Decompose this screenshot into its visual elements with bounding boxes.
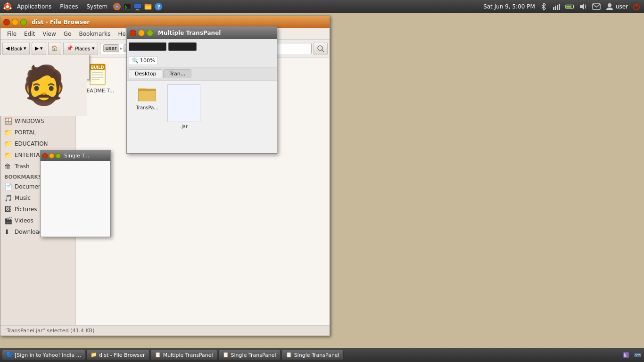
svg-line-31 — [322, 50, 324, 52]
multi-tp-icon: 📋 — [155, 352, 161, 358]
tab-tran[interactable]: Tran... — [163, 69, 191, 78]
desktop: dist - File Browser File Edit View Go Bo… — [0, 13, 644, 348]
places-toolbar-btn[interactable]: 📌 Places ▾ — [63, 42, 98, 55]
multi-min-button[interactable] — [138, 30, 145, 36]
panel-left: Applications Places System $_ — [3, 2, 163, 11]
sidebar-item-portal[interactable]: 📁 PORTAL — [0, 127, 75, 138]
status-text: "TransPanel.jar" selected (41.4 KB) — [4, 328, 94, 334]
single-close-btn[interactable] — [42, 153, 48, 158]
svg-rect-12 — [135, 10, 140, 10]
multi-close-button[interactable] — [130, 30, 136, 36]
svg-point-2 — [7, 3, 8, 5]
downloads-icon: ⬇ — [4, 228, 12, 236]
close-button[interactable] — [3, 19, 10, 25]
crumb-sep1: ▸ — [120, 45, 123, 51]
monitor-icon[interactable] — [133, 2, 142, 11]
bluetooth-icon[interactable] — [539, 2, 548, 11]
multi-jar-label: .jar — [180, 124, 188, 129]
bookmarks-menu[interactable]: Bookmarks — [75, 30, 114, 38]
sidebar-item-windows[interactable]: 🪟 WINDOWS — [0, 115, 75, 127]
svg-rect-11 — [136, 9, 139, 10]
windows-icon: 🪟 — [4, 117, 12, 125]
view-menu[interactable]: View — [39, 30, 59, 38]
svg-point-3 — [10, 8, 12, 9]
power-icon[interactable] — [632, 2, 641, 11]
education-icon: 📁 — [4, 140, 12, 148]
firefox-icon[interactable] — [112, 2, 122, 11]
taskbar-single-transpanel-2[interactable]: 📋 Single TransPanel — [281, 350, 344, 360]
terminal-icon[interactable]: $_ — [123, 2, 132, 11]
homer-image: 🧔 — [0, 55, 87, 116]
user-menu[interactable]: user — [605, 2, 628, 11]
taskbar-multi-transpanel[interactable]: 📋 Multiple TransPanel — [150, 350, 217, 360]
multiple-transpanel-window: Multiple TransPanel 🔍 100% Desktop Tran.… — [126, 26, 277, 154]
zoom-out-icon: 🔍 — [132, 58, 139, 64]
search-icon — [317, 45, 324, 52]
tray-icon-1[interactable]: N — [621, 350, 631, 360]
places-menu[interactable]: Places — [56, 2, 82, 11]
back-dropdown-icon: ▾ — [24, 45, 26, 51]
files-icon[interactable] — [143, 2, 153, 11]
svg-text:BUILD: BUILD — [91, 66, 104, 70]
readme-label: README.T... — [83, 88, 114, 94]
user-label: user — [616, 3, 628, 10]
single-tp2-icon: 📋 — [286, 352, 292, 358]
volume-icon[interactable] — [578, 2, 588, 11]
panel-right: Sat Jun 9, 5:00 PM — [483, 2, 641, 11]
go-menu[interactable]: Go — [60, 30, 75, 38]
status-bar: "TransPanel.jar" selected (41.4 KB) — [0, 325, 330, 336]
svg-rect-19 — [555, 6, 556, 10]
svg-rect-20 — [557, 5, 558, 10]
multi-jar-preview — [167, 84, 200, 122]
crumb-user[interactable]: user — [103, 44, 119, 52]
tray-icon-2[interactable]: SYS — [633, 350, 642, 360]
taskbar-yahoo[interactable]: 🔵 [Sign in to Yahoo! India ... — [2, 350, 85, 360]
multi-window-title: Multiple TransPanel — [158, 30, 221, 36]
home-button[interactable]: 🏠 — [48, 42, 61, 55]
clock-display: Sat Jun 9, 5:00 PM — [483, 3, 535, 10]
forward-button[interactable]: ▶ ▾ — [32, 42, 46, 55]
taskbar-dist-browser[interactable]: 📁 dist - File Browser — [86, 350, 149, 360]
ubuntu-logo-icon[interactable] — [3, 2, 12, 11]
help-icon[interactable]: ? — [154, 2, 163, 11]
back-button[interactable]: ◀ Back ▾ — [2, 42, 30, 55]
top-panel: Applications Places System $_ — [0, 0, 644, 13]
taskbar-end: N SYS — [621, 350, 642, 360]
network-signal-icon[interactable] — [552, 2, 561, 11]
edit-menu[interactable]: Edit — [20, 30, 39, 38]
videos-icon: 🎬 — [4, 217, 12, 224]
svg-point-27 — [608, 3, 611, 7]
svg-rect-18 — [553, 7, 554, 10]
sidebar-item-education[interactable]: 📁 EDUCATION — [0, 138, 75, 149]
taskbar-single-transpanel-1[interactable]: 📋 Single TransPanel — [218, 350, 281, 360]
multi-toolbar-input2[interactable] — [168, 42, 197, 51]
system-menu[interactable]: System — [83, 2, 111, 11]
music-icon: 🎵 — [4, 194, 12, 202]
svg-rect-10 — [134, 3, 141, 8]
maximize-button[interactable] — [20, 19, 27, 25]
tab-desktop[interactable]: Desktop — [129, 69, 162, 78]
battery-icon[interactable] — [565, 2, 575, 11]
svg-point-7 — [116, 6, 118, 8]
window-title: dist - File Browser — [32, 19, 90, 25]
search-button[interactable] — [314, 42, 328, 55]
pictures-icon: 🖼 — [4, 206, 12, 213]
single-max-btn[interactable] — [56, 153, 61, 158]
svg-rect-21 — [559, 4, 560, 10]
email-icon[interactable] — [592, 2, 601, 11]
multi-file-jar[interactable]: .jar — [167, 84, 200, 129]
forward-arrow-icon: ▶ — [35, 45, 39, 51]
minimize-button[interactable] — [12, 19, 18, 25]
multi-toolbar-input1[interactable] — [129, 42, 166, 51]
multi-max-button[interactable] — [147, 30, 153, 36]
single-min-btn[interactable] — [49, 153, 54, 158]
applications-menu[interactable]: Applications — [13, 2, 55, 11]
multi-file-content: TransPa... .jar — [127, 81, 277, 133]
zoom-control[interactable]: 🔍 100% — [129, 56, 158, 65]
file-menu[interactable]: File — [3, 30, 20, 38]
forward-dropdown-icon: ▾ — [40, 45, 43, 51]
single-tp1-icon: 📋 — [223, 352, 229, 358]
multi-tabs: Desktop Tran... — [127, 67, 277, 81]
multi-file-transpanel[interactable]: TransPa... — [131, 84, 164, 129]
documents-icon: 📄 — [4, 183, 12, 190]
